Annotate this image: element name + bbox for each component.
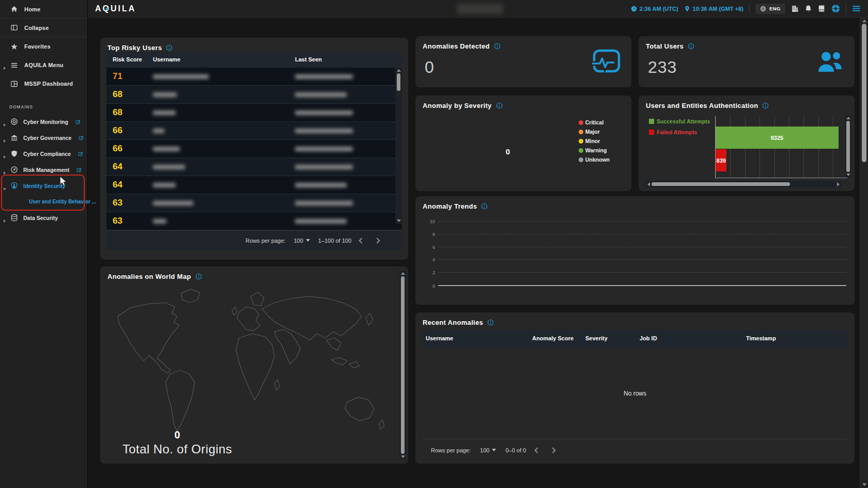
legend-item-critical[interactable]: Critical	[579, 119, 610, 125]
sidebar-item-label: MSSP Dashboard	[24, 81, 73, 87]
bar-successful-attempts: 9325	[716, 127, 839, 149]
scroll-up-icon[interactable]	[862, 20, 866, 22]
table-row[interactable]: 66	[106, 122, 402, 140]
scroll-up-icon[interactable]	[397, 69, 401, 72]
legend-item-unknown[interactable]: Unknown	[579, 156, 610, 163]
legend-item-major[interactable]: Major	[579, 129, 610, 135]
total-users-value: 233	[648, 58, 677, 77]
scroll-left-icon[interactable]	[647, 182, 650, 186]
info-icon[interactable]	[688, 43, 694, 50]
legend-item-minor[interactable]: Minor	[579, 138, 610, 144]
dropdown-caret-icon	[492, 449, 496, 451]
legend-dot-icon	[579, 120, 583, 125]
info-icon[interactable]	[496, 102, 503, 109]
sidebar-item-favorites[interactable]: Favorites	[0, 37, 87, 56]
auth-horizontal-scrollbar[interactable]	[646, 181, 841, 187]
info-icon[interactable]	[166, 44, 173, 51]
chevron-right-icon[interactable]	[3, 216, 7, 220]
sidebar-item-label: Risk Management	[23, 167, 69, 173]
table-row[interactable]: 71	[106, 68, 402, 86]
organization-button[interactable]	[791, 5, 799, 12]
table-row[interactable]: 63	[106, 212, 402, 230]
table-row[interactable]: 68	[106, 86, 402, 104]
sidebar-item-user-and-entity-behavior-[interactable]: User and Entity Behavior ...	[0, 194, 87, 210]
scroll-down-icon[interactable]	[846, 174, 850, 176]
help-button[interactable]	[831, 4, 840, 13]
edit-icon[interactable]	[78, 151, 83, 156]
scroll-down-icon[interactable]	[401, 455, 405, 458]
card-title: Anomaly by Severity	[423, 102, 492, 109]
chevron-right-icon[interactable]	[3, 63, 7, 67]
scrollbar-thumb[interactable]	[846, 121, 850, 172]
rows-per-page-select[interactable]: 100	[293, 238, 309, 244]
scroll-down-icon[interactable]	[397, 219, 401, 222]
table-scrollbar[interactable]	[395, 68, 402, 224]
info-icon[interactable]	[195, 273, 202, 280]
sidebar-item-cyber-monitoring[interactable]: Cyber Monitoring	[0, 114, 87, 130]
gridline-y-10: 10	[438, 221, 846, 222]
table-row[interactable]: 63	[106, 194, 402, 212]
logo-letters: UILA	[111, 4, 136, 13]
chevron-right-icon[interactable]	[3, 152, 7, 156]
legend-item-warning[interactable]: Warning	[579, 147, 610, 153]
total-origins-label: Total No. of Origins	[107, 442, 247, 456]
sidebar-item-cyber-governance[interactable]: Cyber Governance	[0, 130, 87, 146]
sidebar-item-cyber-compliance[interactable]: Cyber Compliance	[0, 146, 87, 162]
main-menu-button[interactable]	[852, 4, 861, 13]
info-icon[interactable]	[487, 319, 494, 326]
info-icon[interactable]	[494, 43, 501, 50]
header-divider	[846, 4, 846, 13]
page-scrollbar[interactable]	[860, 18, 868, 488]
risk-score-value: 64	[113, 162, 122, 172]
table-row[interactable]: 64	[106, 158, 402, 176]
auth-vertical-scrollbar[interactable]	[845, 115, 851, 178]
language-selector[interactable]: ENG	[755, 4, 785, 14]
scrollbar-thumb[interactable]	[652, 182, 790, 186]
table-row[interactable]: 64	[106, 176, 402, 194]
anomalies-detected-value: 0	[425, 58, 435, 77]
sidebar-item-data-security[interactable]: Data Security	[0, 210, 87, 226]
column-anomaly-score: Anomaly Score	[532, 335, 574, 341]
chevron-right-icon[interactable]	[3, 120, 7, 124]
scroll-down-icon[interactable]	[862, 483, 866, 486]
sidebar-item-mssp-dashboard[interactable]: MSSP Dashboard	[0, 74, 87, 93]
blurred-last-seen	[295, 219, 347, 224]
sidebar-item-home[interactable]: Home	[0, 0, 87, 19]
next-page-button[interactable]	[550, 447, 556, 453]
scroll-up-icon[interactable]	[846, 117, 850, 119]
edit-icon[interactable]	[79, 135, 84, 140]
scroll-right-icon[interactable]	[837, 182, 840, 186]
sidebar-item-risk-management[interactable]: Risk Management	[0, 162, 87, 178]
notifications-button[interactable]	[804, 5, 812, 12]
scroll-up-icon[interactable]	[401, 272, 405, 275]
sidebar-item-identity-security[interactable]: Identity Security	[0, 178, 87, 194]
legend-item-failed-attempts[interactable]: Failed Attempts	[649, 129, 710, 135]
edit-icon[interactable]	[75, 119, 81, 124]
scrollbar-thumb[interactable]	[862, 24, 866, 162]
table-row[interactable]: 68	[106, 104, 402, 122]
chevron-right-icon[interactable]	[3, 168, 7, 172]
info-icon[interactable]	[762, 102, 769, 109]
rows-per-page-select[interactable]: 100	[480, 447, 496, 453]
next-page-button[interactable]	[374, 238, 380, 243]
pagination-range: 0–0 of 0	[505, 447, 526, 453]
sidebar-item-aquila-menu[interactable]: AQUILA Menu	[0, 56, 87, 74]
legend-swatch-icon	[649, 130, 654, 135]
chevron-right-icon[interactable]	[3, 136, 7, 140]
chevron-down-icon[interactable]	[3, 184, 7, 188]
scrollbar-thumb[interactable]	[401, 276, 405, 454]
legend-label: Unknown	[585, 156, 610, 163]
header-divider	[749, 4, 750, 13]
previous-page-button[interactable]	[359, 238, 364, 243]
gridline-y-8: 8	[438, 234, 846, 234]
map-scrollbar[interactable]	[399, 271, 406, 460]
edit-icon[interactable]	[76, 167, 82, 172]
scrollbar-thumb[interactable]	[397, 73, 400, 91]
info-icon[interactable]	[481, 203, 488, 210]
legend-item-successful-attempts[interactable]: Successful Attempts	[649, 118, 710, 124]
blurred-last-seen	[295, 92, 347, 97]
documentation-button[interactable]	[818, 5, 826, 12]
table-row[interactable]: 66	[106, 140, 402, 158]
previous-page-button[interactable]	[535, 447, 540, 453]
sidebar-item-collapse[interactable]: Collapse	[0, 19, 87, 37]
